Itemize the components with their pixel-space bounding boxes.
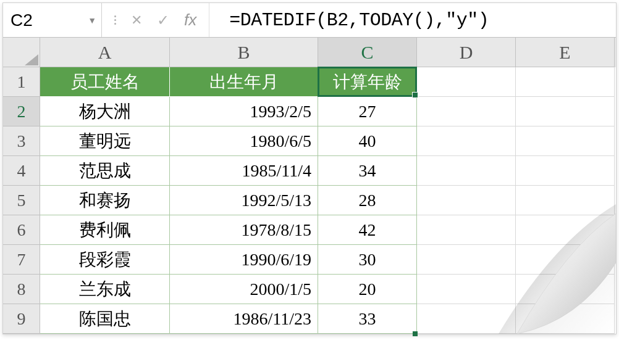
cell-E4[interactable] (516, 156, 615, 186)
expand-handle-icon[interactable] (114, 15, 116, 25)
cell-A7[interactable]: 段彩霞 (40, 245, 170, 275)
cell-B7[interactable]: 1990/6/19 (170, 245, 318, 275)
cell-E3[interactable] (516, 126, 615, 156)
row-header-6[interactable]: 6 (3, 215, 40, 245)
row-header-2[interactable]: 2 (3, 97, 40, 126)
cell-C3[interactable]: 40 (318, 126, 417, 156)
cell-E2[interactable] (516, 97, 615, 126)
cell-A6[interactable]: 费利佩 (40, 215, 170, 245)
cell-D4[interactable] (417, 156, 516, 186)
row-header-7[interactable]: 7 (3, 245, 40, 275)
name-box[interactable]: C2 ▼ (3, 3, 102, 37)
cell-D9[interactable] (417, 304, 516, 334)
row-header-9[interactable]: 9 (3, 304, 40, 334)
cell-C4[interactable]: 34 (318, 156, 417, 186)
formula-bar: C2 ▼ ✕ ✓ fx =DATEDIF(B2,TODAY(),"y") (3, 3, 616, 38)
cell-E6[interactable] (516, 215, 615, 245)
cell-C6[interactable]: 42 (318, 215, 417, 245)
table-row: 4 范思成 1985/11/4 34 (3, 156, 616, 186)
cell-D2[interactable] (417, 97, 516, 126)
confirm-icon[interactable]: ✓ (157, 12, 169, 29)
cell-B8[interactable]: 2000/1/5 (170, 275, 318, 304)
cell-E9[interactable] (516, 304, 615, 334)
cell-D6[interactable] (417, 215, 516, 245)
cell-A5[interactable]: 和赛扬 (40, 186, 170, 215)
table-row: 2 杨大洲 1993/2/5 27 (3, 97, 616, 126)
cell-B1[interactable]: 出生年月 (170, 67, 318, 97)
cell-A1[interactable]: 员工姓名 (40, 67, 170, 97)
cell-D7[interactable] (417, 245, 516, 275)
fill-handle-icon[interactable] (413, 331, 418, 336)
cell-C1[interactable]: 计算年龄 (318, 67, 417, 97)
cell-B2[interactable]: 1993/2/5 (170, 97, 318, 126)
cell-B6[interactable]: 1978/8/15 (170, 215, 318, 245)
table-row: 1 员工姓名 出生年月 计算年龄 (3, 67, 616, 97)
column-headers: A B C D E (3, 38, 616, 67)
cell-D1[interactable] (417, 67, 516, 97)
cell-C8[interactable]: 20 (318, 275, 417, 304)
row-header-5[interactable]: 5 (3, 186, 40, 215)
col-header-B[interactable]: B (170, 38, 318, 67)
fx-icon[interactable]: fx (184, 10, 196, 30)
grid[interactable]: A B C D E 1 员工姓名 出生年月 计算年龄 2 杨大洲 1993/2/… (3, 38, 616, 334)
cell-D8[interactable] (417, 275, 516, 304)
cell-C9[interactable]: 33 (318, 304, 417, 334)
cell-E8[interactable] (516, 275, 615, 304)
cell-C2[interactable]: 27 (318, 97, 417, 126)
row-header-4[interactable]: 4 (3, 156, 40, 186)
table-row: 9 陈国忠 1986/11/23 33 (3, 304, 616, 334)
cell-A4[interactable]: 范思成 (40, 156, 170, 186)
col-header-C[interactable]: C (318, 38, 417, 67)
formula-bar-buttons: ✕ ✓ fx (102, 3, 209, 37)
cell-B5[interactable]: 1992/5/13 (170, 186, 318, 215)
table-row: 7 段彩霞 1990/6/19 30 (3, 245, 616, 275)
cell-D5[interactable] (417, 186, 516, 215)
cell-D3[interactable] (417, 126, 516, 156)
col-header-D[interactable]: D (417, 38, 516, 67)
table-row: 5 和赛扬 1992/5/13 28 (3, 186, 616, 215)
cell-C7[interactable]: 30 (318, 245, 417, 275)
cell-A9[interactable]: 陈国忠 (40, 304, 170, 334)
row-header-1[interactable]: 1 (3, 67, 40, 97)
cell-E5[interactable] (516, 186, 615, 215)
cell-B3[interactable]: 1980/6/5 (170, 126, 318, 156)
cancel-icon[interactable]: ✕ (131, 12, 142, 28)
col-header-E[interactable]: E (516, 38, 615, 67)
spreadsheet-window: C2 ▼ ✕ ✓ fx =DATEDIF(B2,TODAY(),"y") A B… (2, 2, 617, 334)
cell-C5[interactable]: 28 (318, 186, 417, 215)
chevron-down-icon[interactable]: ▼ (88, 15, 96, 25)
cell-A2[interactable]: 杨大洲 (40, 97, 170, 126)
table-row: 8 兰东成 2000/1/5 20 (3, 275, 616, 304)
table-row: 6 费利佩 1978/8/15 42 (3, 215, 616, 245)
cell-B9[interactable]: 1986/11/23 (170, 304, 318, 334)
name-box-value: C2 (11, 10, 33, 30)
select-all-corner[interactable] (3, 38, 40, 67)
cell-E7[interactable] (516, 245, 615, 275)
row-header-8[interactable]: 8 (3, 275, 40, 304)
col-header-A[interactable]: A (40, 38, 170, 67)
row-header-3[interactable]: 3 (3, 126, 40, 156)
cell-A8[interactable]: 兰东成 (40, 275, 170, 304)
cell-E1[interactable] (516, 67, 615, 97)
formula-input[interactable]: =DATEDIF(B2,TODAY(),"y") (209, 10, 616, 31)
table-row: 3 董明远 1980/6/5 40 (3, 126, 616, 156)
cell-A3[interactable]: 董明远 (40, 126, 170, 156)
cell-B4[interactable]: 1985/11/4 (170, 156, 318, 186)
